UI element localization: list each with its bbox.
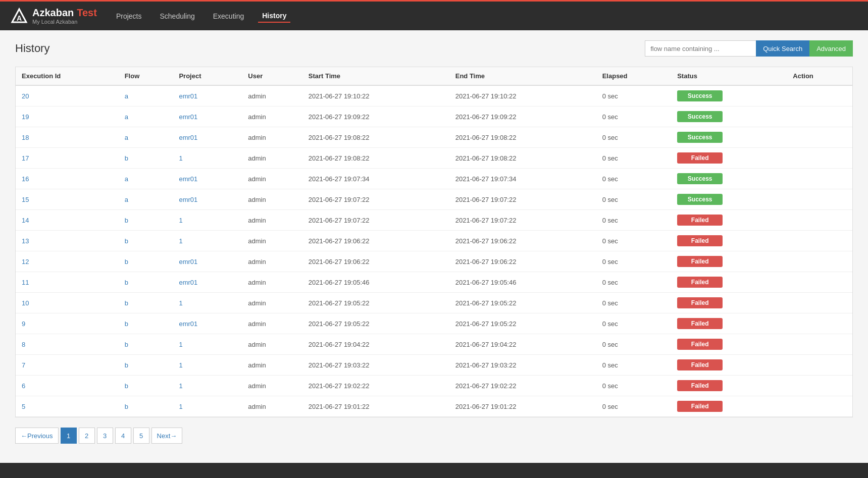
nav-projects[interactable]: Projects [112,10,146,22]
execution-id-link[interactable]: 10 [22,299,29,307]
project-link[interactable]: 1 [179,403,182,410]
project-link[interactable]: 1 [179,361,182,369]
status-badge: Failed [677,380,723,391]
project-link[interactable]: emr01 [179,196,197,203]
cell-action [787,251,852,272]
project-link[interactable]: 1 [179,237,182,245]
cell-action [787,169,852,189]
flow-link[interactable]: b [125,299,128,307]
status-badge: Failed [677,235,723,246]
flow-link[interactable]: b [125,258,128,265]
table-row: 5 b 1 admin 2021-06-27 19:01:22 2021-06-… [16,396,852,417]
flow-link[interactable]: b [125,237,128,245]
execution-id-link[interactable]: 13 [22,237,29,245]
page-4-button[interactable]: 4 [115,428,131,444]
flow-link[interactable]: b [125,361,128,369]
execution-id-link[interactable]: 8 [22,341,25,348]
cell-end-time: 2021-06-27 19:05:22 [449,313,596,334]
execution-id-link[interactable]: 5 [22,403,25,410]
project-link[interactable]: emr01 [179,175,197,183]
project-link[interactable]: emr01 [179,279,197,286]
page-content: History Quick Search Advanced Execution … [0,30,868,454]
cell-user: admin [242,127,302,148]
status-badge: Success [677,90,723,101]
flow-link[interactable]: a [125,134,128,141]
execution-id-link[interactable]: 7 [22,361,25,369]
cell-project: 1 [173,334,242,355]
prev-page-button[interactable]: ←Previous [15,428,59,444]
flow-link[interactable]: b [125,279,128,286]
brand-test-label: Test [77,7,97,19]
flow-link[interactable]: b [125,403,128,410]
cell-status: Failed [671,355,787,376]
cell-project: 1 [173,293,242,313]
execution-id-link[interactable]: 17 [22,154,29,162]
cell-execution-id: 8 [16,334,119,355]
cell-end-time: 2021-06-27 19:01:22 [449,396,596,417]
quick-search-button[interactable]: Quick Search [756,40,809,57]
cell-project: 1 [173,355,242,376]
flow-name-search-input[interactable] [645,40,756,57]
execution-id-link[interactable]: 11 [22,279,29,286]
brand: A Azkaban Test My Local Azkaban [10,7,97,25]
execution-id-link[interactable]: 14 [22,217,29,224]
execution-id-link[interactable]: 6 [22,382,25,390]
cell-start-time: 2021-06-27 19:05:22 [302,293,449,313]
cell-project: 1 [173,376,242,396]
brand-name-text: Azkaban [32,7,74,19]
cell-action [787,210,852,231]
project-link[interactable]: emr01 [179,134,197,141]
next-page-button[interactable]: Next→ [151,428,183,444]
flow-link[interactable]: a [125,113,128,121]
cell-elapsed: 0 sec [596,313,671,334]
status-badge: Failed [677,297,723,308]
cell-project: 1 [173,231,242,251]
flow-link[interactable]: b [125,217,128,224]
cell-end-time: 2021-06-27 19:09:22 [449,107,596,127]
flow-link[interactable]: a [125,175,128,183]
flow-link[interactable]: b [125,154,128,162]
execution-id-link[interactable]: 15 [22,196,29,203]
flow-link[interactable]: a [125,92,128,100]
execution-id-link[interactable]: 20 [22,92,29,100]
cell-flow: b [119,148,173,169]
col-end-time: End Time [449,67,596,85]
project-link[interactable]: 1 [179,299,182,307]
page-1-button[interactable]: 1 [61,428,77,444]
flow-link[interactable]: b [125,382,128,390]
page-3-button[interactable]: 3 [97,428,113,444]
project-link[interactable]: 1 [179,154,182,162]
project-link[interactable]: 1 [179,382,182,390]
project-link[interactable]: 1 [179,341,182,348]
execution-id-link[interactable]: 19 [22,113,29,121]
cell-start-time: 2021-06-27 19:04:22 [302,334,449,355]
col-execution-id: Execution Id [16,67,119,85]
project-link[interactable]: 1 [179,217,182,224]
cell-status: Success [671,189,787,210]
project-link[interactable]: emr01 [179,258,197,265]
cell-elapsed: 0 sec [596,355,671,376]
flow-link[interactable]: b [125,341,128,348]
page-5-button[interactable]: 5 [133,428,149,444]
advanced-search-button[interactable]: Advanced [809,40,853,57]
page-2-button[interactable]: 2 [79,428,95,444]
nav-executing[interactable]: Executing [209,10,248,22]
execution-id-link[interactable]: 12 [22,258,29,265]
flow-link[interactable]: a [125,196,128,203]
project-link[interactable]: emr01 [179,92,197,100]
execution-id-link[interactable]: 16 [22,175,29,183]
execution-id-link[interactable]: 18 [22,134,29,141]
execution-id-link[interactable]: 9 [22,320,25,328]
project-link[interactable]: emr01 [179,320,197,328]
cell-end-time: 2021-06-27 19:04:22 [449,334,596,355]
cell-status: Failed [671,272,787,293]
project-link[interactable]: emr01 [179,113,197,121]
svg-text:A: A [17,14,22,22]
cell-flow: b [119,334,173,355]
cell-status: Failed [671,334,787,355]
nav-history[interactable]: History [258,10,290,23]
cell-end-time: 2021-06-27 19:08:22 [449,127,596,148]
flow-link[interactable]: b [125,320,128,328]
nav-scheduling[interactable]: Scheduling [156,10,198,22]
cell-project: emr01 [173,272,242,293]
